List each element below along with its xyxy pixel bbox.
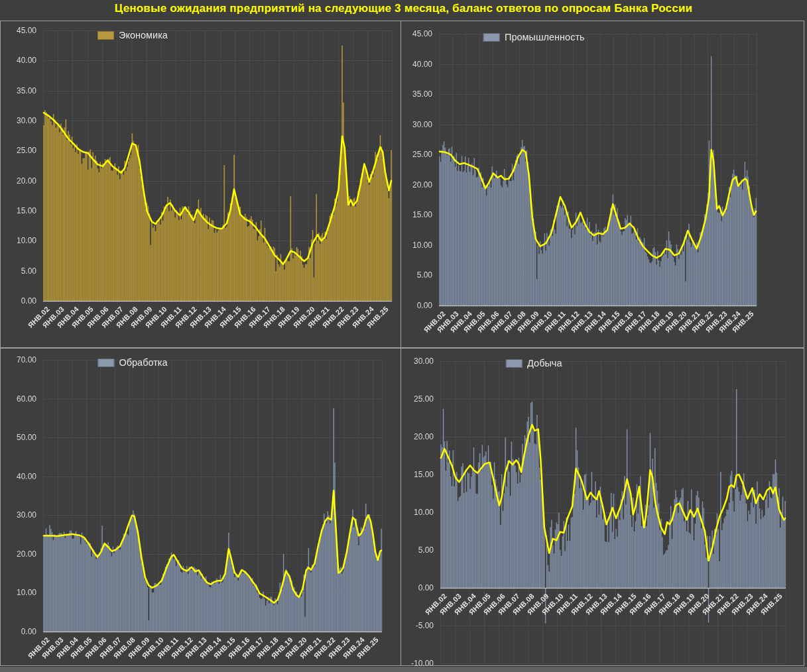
y-tick-label: 50.00 xyxy=(1,433,36,442)
y-tick-label: 10.00 xyxy=(401,508,434,517)
chart-panel-manufacturing: Обработка 0.0010.0020.0030.0040.0050.006… xyxy=(0,348,401,666)
y-tick-label: 25.00 xyxy=(401,150,432,159)
y-tick-label: 30.00 xyxy=(401,120,432,129)
legend-manufacturing[interactable]: Обработка xyxy=(97,357,167,368)
window-bottom-edge xyxy=(0,666,807,672)
page-title: Ценовые ожидания предприятий на следующи… xyxy=(0,2,807,15)
y-tick-label: 5.00 xyxy=(1,266,36,276)
y-tick-label: 15.00 xyxy=(401,210,432,219)
y-tick-label: 0.00 xyxy=(401,583,434,592)
y-tick-label: 0.00 xyxy=(401,301,432,310)
y-tick-label: 45.00 xyxy=(401,29,432,38)
y-tick-label: 20.00 xyxy=(401,432,434,441)
legend-swatch-mining-icon xyxy=(506,359,523,368)
y-tick-label: 20.00 xyxy=(401,180,432,190)
y-tick-label: 40.00 xyxy=(401,60,432,69)
y-tick-label: 35.00 xyxy=(1,86,36,95)
y-tick-label: 70.00 xyxy=(1,355,36,364)
y-tick-label: 15.00 xyxy=(401,470,434,479)
y-tick-label: 10.00 xyxy=(1,236,36,245)
legend-label: Обработка xyxy=(119,357,167,368)
legend-label: Экономика xyxy=(119,30,168,40)
y-tick-label: 25.00 xyxy=(401,394,434,404)
industry-plot[interactable] xyxy=(401,21,804,347)
legend-economy[interactable]: Экономика xyxy=(97,30,168,40)
legend-mining[interactable]: Добыча xyxy=(506,358,562,368)
chart-panel-industry: Промышленность 0.005.0010.0015.0020.0025… xyxy=(401,21,804,348)
y-tick-label: 10.00 xyxy=(401,241,432,250)
chart-panel-mining: Добыча -10.00-5.000.005.0010.0015.0020.0… xyxy=(401,348,804,666)
y-tick-label: 30.00 xyxy=(1,116,36,125)
mining-plot[interactable] xyxy=(401,349,804,665)
legend-swatch-manufacturing-icon xyxy=(97,359,114,367)
y-tick-label: 5.00 xyxy=(401,545,434,555)
y-tick-label: 15.00 xyxy=(1,206,36,215)
legend-label: Промышленность xyxy=(505,32,585,42)
chart-panel-economy: Экономика 0.005.0010.0015.0020.0025.0030… xyxy=(0,21,401,348)
legend-label: Добыча xyxy=(527,358,562,368)
manufacturing-plot[interactable] xyxy=(1,349,401,665)
y-tick-label: 5.00 xyxy=(401,270,432,280)
y-tick-label: 35.00 xyxy=(401,89,432,99)
y-tick-label: -5.00 xyxy=(401,621,434,630)
y-tick-label: 0.00 xyxy=(1,627,36,636)
y-tick-label: 40.00 xyxy=(1,56,36,65)
y-tick-label: 20.00 xyxy=(1,549,36,559)
y-tick-label: 25.00 xyxy=(1,146,36,155)
y-tick-label: 10.00 xyxy=(1,588,36,597)
y-tick-label: 40.00 xyxy=(1,472,36,481)
legend-industry[interactable]: Промышленность xyxy=(483,32,585,42)
economy-plot[interactable] xyxy=(1,21,401,347)
legend-swatch-economy-icon xyxy=(97,31,114,40)
y-tick-label: 30.00 xyxy=(1,510,36,520)
y-tick-label: 20.00 xyxy=(1,176,36,186)
y-tick-label: 60.00 xyxy=(1,394,36,404)
y-tick-label: 0.00 xyxy=(1,296,36,306)
worksheet: Ценовые ожидания предприятий на следующи… xyxy=(0,0,807,672)
y-tick-label: 45.00 xyxy=(1,26,36,35)
y-tick-label: 30.00 xyxy=(401,357,434,366)
legend-swatch-industry-icon xyxy=(483,33,500,42)
